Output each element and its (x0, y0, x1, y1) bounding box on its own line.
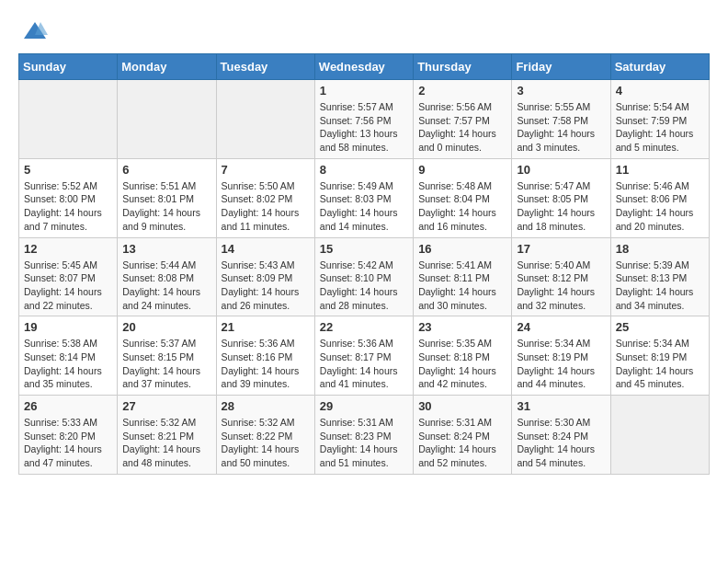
day-info: Sunrise: 5:52 AM Sunset: 8:00 PM Dayligh… (24, 179, 112, 234)
day-number: 26 (24, 399, 112, 413)
calendar-header: SundayMondayTuesdayWednesdayThursdayFrid… (19, 54, 710, 80)
calendar-body: 1Sunrise: 5:57 AM Sunset: 7:56 PM Daylig… (19, 80, 710, 475)
day-info: Sunrise: 5:55 AM Sunset: 7:58 PM Dayligh… (517, 100, 605, 155)
calendar-cell: 1Sunrise: 5:57 AM Sunset: 7:56 PM Daylig… (314, 80, 413, 159)
day-number: 10 (517, 163, 605, 177)
calendar-cell: 22Sunrise: 5:36 AM Sunset: 8:17 PM Dayli… (314, 316, 413, 396)
calendar-cell: 13Sunrise: 5:44 AM Sunset: 8:08 PM Dayli… (118, 237, 216, 316)
day-info: Sunrise: 5:42 AM Sunset: 8:10 PM Dayligh… (320, 259, 408, 313)
calendar-cell: 24Sunrise: 5:34 AM Sunset: 8:19 PM Dayli… (512, 316, 610, 396)
day-info: Sunrise: 5:49 AM Sunset: 8:03 PM Dayligh… (320, 179, 408, 234)
day-number: 18 (616, 242, 704, 256)
calendar-cell: 2Sunrise: 5:56 AM Sunset: 7:57 PM Daylig… (414, 80, 512, 159)
day-number: 5 (24, 163, 112, 177)
day-info: Sunrise: 5:38 AM Sunset: 8:14 PM Dayligh… (24, 337, 112, 391)
calendar-cell: 29Sunrise: 5:31 AM Sunset: 8:23 PM Dayli… (314, 396, 413, 475)
calendar-cell: 16Sunrise: 5:41 AM Sunset: 8:11 PM Dayli… (414, 237, 512, 316)
calendar-cell: 6Sunrise: 5:51 AM Sunset: 8:01 PM Daylig… (118, 158, 216, 237)
day-info: Sunrise: 5:36 AM Sunset: 8:16 PM Dayligh… (222, 337, 310, 391)
calendar-cell (216, 80, 314, 159)
calendar-cell: 8Sunrise: 5:49 AM Sunset: 8:03 PM Daylig… (314, 158, 413, 237)
day-number: 28 (222, 399, 310, 413)
calendar-cell: 5Sunrise: 5:52 AM Sunset: 8:00 PM Daylig… (19, 158, 118, 237)
day-info: Sunrise: 5:45 AM Sunset: 8:07 PM Dayligh… (24, 259, 112, 313)
day-info: Sunrise: 5:32 AM Sunset: 8:22 PM Dayligh… (222, 416, 310, 470)
day-number: 21 (222, 320, 310, 334)
calendar-cell: 12Sunrise: 5:45 AM Sunset: 8:07 PM Dayli… (19, 237, 118, 316)
day-number: 15 (320, 242, 408, 256)
calendar-cell: 15Sunrise: 5:42 AM Sunset: 8:10 PM Dayli… (314, 237, 413, 316)
calendar-cell: 3Sunrise: 5:55 AM Sunset: 7:58 PM Daylig… (512, 80, 610, 159)
day-number: 23 (418, 320, 506, 334)
calendar-cell (118, 80, 216, 159)
day-number: 22 (320, 320, 408, 334)
day-number: 2 (418, 84, 506, 98)
day-info: Sunrise: 5:50 AM Sunset: 8:02 PM Dayligh… (222, 179, 310, 234)
calendar-cell: 23Sunrise: 5:35 AM Sunset: 8:18 PM Dayli… (414, 316, 512, 396)
day-number: 27 (122, 399, 210, 413)
day-number: 4 (616, 84, 704, 98)
day-info: Sunrise: 5:33 AM Sunset: 8:20 PM Dayligh… (24, 416, 112, 470)
day-info: Sunrise: 5:30 AM Sunset: 8:24 PM Dayligh… (517, 416, 605, 470)
day-number: 6 (122, 163, 210, 177)
day-info: Sunrise: 5:32 AM Sunset: 8:21 PM Dayligh… (122, 416, 210, 470)
weekday-header-tuesday: Tuesday (216, 54, 314, 80)
day-number: 31 (517, 399, 605, 413)
calendar-cell: 31Sunrise: 5:30 AM Sunset: 8:24 PM Dayli… (512, 396, 610, 475)
day-number: 19 (24, 320, 112, 334)
day-info: Sunrise: 5:46 AM Sunset: 8:06 PM Dayligh… (616, 179, 704, 234)
calendar-table: SundayMondayTuesdayWednesdayThursdayFrid… (18, 53, 710, 475)
day-info: Sunrise: 5:48 AM Sunset: 8:04 PM Dayligh… (418, 179, 506, 234)
calendar-cell: 17Sunrise: 5:40 AM Sunset: 8:12 PM Dayli… (512, 237, 610, 316)
calendar-cell: 28Sunrise: 5:32 AM Sunset: 8:22 PM Dayli… (216, 396, 314, 475)
weekday-header-sunday: Sunday (19, 54, 118, 80)
logo-icon (22, 18, 48, 44)
day-number: 24 (517, 320, 605, 334)
calendar-cell: 27Sunrise: 5:32 AM Sunset: 8:21 PM Dayli… (118, 396, 216, 475)
day-number: 25 (616, 320, 704, 334)
calendar-cell: 25Sunrise: 5:34 AM Sunset: 8:19 PM Dayli… (610, 316, 709, 396)
day-info: Sunrise: 5:40 AM Sunset: 8:12 PM Dayligh… (517, 259, 605, 313)
day-number: 3 (517, 84, 605, 98)
calendar-cell: 9Sunrise: 5:48 AM Sunset: 8:04 PM Daylig… (414, 158, 512, 237)
day-info: Sunrise: 5:54 AM Sunset: 7:59 PM Dayligh… (616, 100, 704, 155)
day-info: Sunrise: 5:56 AM Sunset: 7:57 PM Dayligh… (418, 100, 506, 155)
day-info: Sunrise: 5:36 AM Sunset: 8:17 PM Dayligh… (320, 337, 408, 391)
calendar-cell: 26Sunrise: 5:33 AM Sunset: 8:20 PM Dayli… (19, 396, 118, 475)
calendar-cell: 14Sunrise: 5:43 AM Sunset: 8:09 PM Dayli… (216, 237, 314, 316)
calendar-week-4: 19Sunrise: 5:38 AM Sunset: 8:14 PM Dayli… (19, 316, 710, 396)
day-number: 1 (320, 84, 408, 98)
day-number: 8 (320, 163, 408, 177)
day-number: 29 (320, 399, 408, 413)
day-number: 30 (418, 399, 506, 413)
logo (18, 18, 48, 44)
weekday-header-monday: Monday (118, 54, 216, 80)
day-number: 11 (616, 163, 704, 177)
day-info: Sunrise: 5:51 AM Sunset: 8:01 PM Dayligh… (122, 179, 210, 234)
calendar-cell (19, 80, 118, 159)
calendar-cell: 19Sunrise: 5:38 AM Sunset: 8:14 PM Dayli… (19, 316, 118, 396)
calendar-cell: 30Sunrise: 5:31 AM Sunset: 8:24 PM Dayli… (414, 396, 512, 475)
weekday-header-row: SundayMondayTuesdayWednesdayThursdayFrid… (19, 54, 710, 80)
day-info: Sunrise: 5:47 AM Sunset: 8:05 PM Dayligh… (517, 179, 605, 234)
calendar-cell: 18Sunrise: 5:39 AM Sunset: 8:13 PM Dayli… (610, 237, 709, 316)
day-info: Sunrise: 5:34 AM Sunset: 8:19 PM Dayligh… (517, 337, 605, 391)
calendar-cell: 20Sunrise: 5:37 AM Sunset: 8:15 PM Dayli… (118, 316, 216, 396)
day-info: Sunrise: 5:39 AM Sunset: 8:13 PM Dayligh… (616, 259, 704, 313)
day-number: 13 (122, 242, 210, 256)
weekday-header-wednesday: Wednesday (314, 54, 413, 80)
page-header (18, 18, 710, 44)
weekday-header-friday: Friday (512, 54, 610, 80)
weekday-header-saturday: Saturday (610, 54, 709, 80)
day-number: 14 (222, 242, 310, 256)
day-info: Sunrise: 5:43 AM Sunset: 8:09 PM Dayligh… (222, 259, 310, 313)
calendar-week-5: 26Sunrise: 5:33 AM Sunset: 8:20 PM Dayli… (19, 396, 710, 475)
day-info: Sunrise: 5:31 AM Sunset: 8:24 PM Dayligh… (418, 416, 506, 470)
calendar-week-2: 5Sunrise: 5:52 AM Sunset: 8:00 PM Daylig… (19, 158, 710, 237)
day-number: 9 (418, 163, 506, 177)
day-number: 20 (122, 320, 210, 334)
day-info: Sunrise: 5:35 AM Sunset: 8:18 PM Dayligh… (418, 337, 506, 391)
calendar-week-1: 1Sunrise: 5:57 AM Sunset: 7:56 PM Daylig… (19, 80, 710, 159)
calendar-cell: 11Sunrise: 5:46 AM Sunset: 8:06 PM Dayli… (610, 158, 709, 237)
day-number: 12 (24, 242, 112, 256)
